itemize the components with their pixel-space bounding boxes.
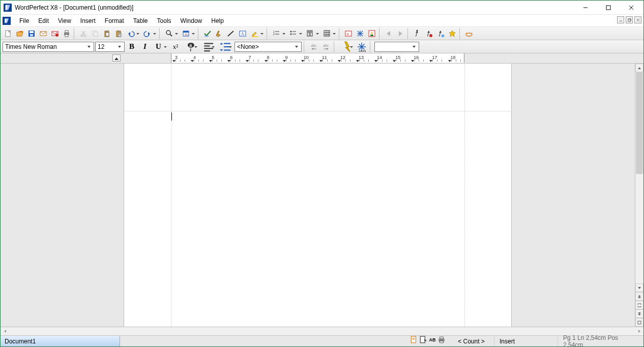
vertical-scrollbar[interactable] bbox=[635, 64, 643, 327]
font-size-combo[interactable]: 12 bbox=[95, 42, 125, 52]
svg-rect-34 bbox=[118, 31, 120, 32]
menu-insert[interactable]: Insert bbox=[76, 16, 100, 26]
scroll-up-button[interactable] bbox=[635, 64, 643, 72]
maximize-button[interactable] bbox=[597, 1, 620, 15]
mail-button[interactable] bbox=[38, 28, 49, 39]
snowflake-button[interactable] bbox=[355, 28, 366, 39]
macro-record-button[interactable] bbox=[423, 28, 434, 39]
underline-button[interactable]: U bbox=[152, 41, 168, 52]
highlight-button[interactable] bbox=[249, 28, 265, 39]
mdi-close-button[interactable] bbox=[634, 16, 641, 23]
caps-icon[interactable] bbox=[419, 336, 427, 344]
menu-help[interactable]: Help bbox=[207, 16, 228, 26]
toolbar-separator bbox=[304, 41, 306, 52]
quickwords-button[interactable] bbox=[214, 28, 225, 39]
settings-button[interactable] bbox=[463, 28, 475, 39]
menu-file[interactable]: File bbox=[15, 16, 34, 26]
svg-rect-23 bbox=[65, 35, 68, 37]
shadow-cursor-icon[interactable] bbox=[410, 336, 418, 344]
line-spacing-button[interactable] bbox=[217, 41, 233, 52]
zoom-button[interactable] bbox=[163, 28, 180, 39]
minimize-button[interactable] bbox=[574, 1, 597, 15]
browse-select-button[interactable] bbox=[635, 301, 643, 309]
font-color-button[interactable]: a bbox=[183, 41, 199, 52]
scroll-thumb[interactable] bbox=[636, 72, 643, 174]
cut-button[interactable] bbox=[78, 28, 89, 39]
nav-forward-button[interactable] bbox=[395, 28, 406, 39]
publish-button[interactable] bbox=[49, 28, 61, 39]
freeze-button[interactable]: .xxxx bbox=[356, 41, 368, 52]
perfectexpert-button[interactable] bbox=[366, 28, 377, 39]
svg-rect-129 bbox=[440, 337, 444, 338]
bullets-button[interactable] bbox=[287, 28, 304, 39]
status-insert[interactable]: Insert bbox=[494, 336, 558, 346]
quickfind-next-button[interactable]: abc bbox=[320, 41, 332, 52]
font-family-combo[interactable]: Times New Roman bbox=[3, 42, 94, 52]
text-box-button[interactable]: A bbox=[237, 28, 248, 39]
menu-tools[interactable]: Tools bbox=[153, 16, 176, 26]
svg-rect-22 bbox=[65, 31, 68, 33]
redo-button[interactable] bbox=[141, 28, 158, 39]
menu-table[interactable]: Table bbox=[129, 16, 153, 26]
italic-button[interactable]: I bbox=[139, 41, 151, 52]
menu-format[interactable]: Format bbox=[100, 16, 129, 26]
new-button[interactable] bbox=[3, 28, 14, 39]
status-count[interactable]: < Count > bbox=[449, 336, 494, 346]
bold-button[interactable]: B bbox=[126, 41, 138, 52]
mdi-restore-button[interactable] bbox=[626, 16, 633, 23]
svg-marker-121 bbox=[4, 330, 6, 333]
draw-line-button[interactable] bbox=[225, 28, 237, 39]
open-button[interactable] bbox=[14, 28, 25, 39]
macro-play-button[interactable] bbox=[412, 28, 423, 39]
browse-up-button[interactable] bbox=[635, 292, 643, 301]
scroll-track[interactable] bbox=[635, 72, 643, 283]
ab-icon[interactable]: AB bbox=[428, 336, 436, 344]
favorites-button[interactable] bbox=[447, 28, 458, 39]
columns-button[interactable] bbox=[304, 28, 320, 39]
document-tab-label: Document1 bbox=[5, 338, 36, 345]
justify-button[interactable] bbox=[200, 41, 216, 52]
paste-button[interactable] bbox=[101, 28, 112, 39]
hscroll-track[interactable] bbox=[9, 327, 635, 335]
print-button[interactable] bbox=[61, 28, 72, 39]
quickfind-prev-button[interactable]: abc bbox=[308, 41, 319, 52]
style-value: <None> bbox=[237, 43, 259, 50]
menu-edit[interactable]: Edit bbox=[34, 16, 53, 26]
page[interactable] bbox=[124, 64, 512, 327]
prompt-button[interactable] bbox=[338, 41, 355, 52]
document-tab[interactable]: Document1 bbox=[1, 336, 120, 347]
spellcheck-button[interactable] bbox=[202, 28, 213, 39]
nav-back-button[interactable] bbox=[383, 28, 394, 39]
copy-button[interactable] bbox=[90, 28, 101, 39]
menu-window[interactable]: Window bbox=[176, 16, 207, 26]
scroll-down-button[interactable] bbox=[635, 283, 643, 292]
side-tool-button[interactable] bbox=[635, 318, 643, 327]
main-toolbar: 31 A 12 s bbox=[1, 27, 643, 40]
search-combo[interactable] bbox=[374, 42, 419, 52]
horizontal-scrollbar[interactable] bbox=[1, 327, 643, 335]
toolbar-separator bbox=[267, 28, 269, 39]
save-button[interactable] bbox=[26, 28, 37, 39]
superscript-button[interactable]: x² bbox=[169, 41, 182, 52]
tab-selector-button[interactable] bbox=[112, 54, 121, 62]
close-button[interactable] bbox=[620, 1, 642, 15]
reveal-codes-button[interactable]: s bbox=[343, 28, 354, 39]
table-button[interactable] bbox=[321, 28, 337, 39]
scroll-left-button[interactable] bbox=[1, 327, 9, 335]
menu-view[interactable]: View bbox=[53, 16, 76, 26]
document-icon[interactable] bbox=[3, 17, 11, 25]
svg-rect-3 bbox=[606, 6, 610, 10]
macro-edit-button[interactable] bbox=[435, 28, 446, 39]
ruler[interactable]: 3456789101112131415161718 bbox=[1, 53, 643, 64]
undo-button[interactable] bbox=[125, 28, 141, 39]
ruler-ticks: 3456789101112131415161718 bbox=[171, 53, 643, 63]
style-combo[interactable]: <None> bbox=[235, 42, 302, 52]
browse-down-button[interactable] bbox=[635, 309, 643, 318]
mdi-minimize-button[interactable] bbox=[617, 16, 624, 23]
status-position[interactable]: Pg 1 Ln 2,54cm Pos 2,54cm bbox=[558, 336, 643, 346]
paste-special-button[interactable] bbox=[113, 28, 124, 39]
date-button[interactable]: 31 bbox=[180, 28, 196, 39]
printer-status-icon[interactable] bbox=[437, 336, 446, 344]
document-viewport[interactable] bbox=[1, 64, 635, 327]
numbering-button[interactable]: 12 bbox=[271, 28, 287, 39]
